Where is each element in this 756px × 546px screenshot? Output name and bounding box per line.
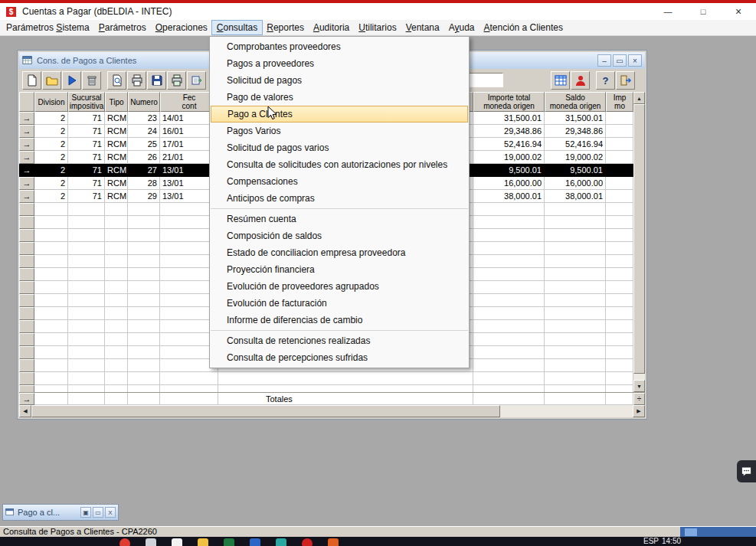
vertical-scrollbar[interactable]: ▲ ▼ bbox=[633, 92, 645, 392]
minimized-window-pago[interactable]: Pago a cl... ▣ ▭ X bbox=[2, 504, 119, 521]
cell-division[interactable]: 2 bbox=[34, 112, 68, 125]
cell-numero[interactable]: 26 bbox=[128, 151, 160, 164]
restore-button[interactable]: ▣ bbox=[80, 507, 91, 518]
menubar-item[interactable]: Ayuda bbox=[444, 21, 479, 34]
taskbar-app-icon[interactable] bbox=[119, 538, 130, 546]
cell-tipo[interactable]: RCM bbox=[105, 164, 128, 177]
taskbar-app-icon[interactable] bbox=[224, 538, 234, 546]
cell-imp[interactable] bbox=[606, 138, 633, 151]
menubar-item[interactable]: Parámetros Sistema bbox=[2, 21, 94, 34]
column-header-numero[interactable]: Numero bbox=[128, 92, 160, 112]
exit-button[interactable] bbox=[616, 71, 635, 90]
preview-button[interactable] bbox=[107, 71, 126, 90]
column-header-imp[interactable]: Impmo bbox=[606, 92, 633, 112]
cell-saldo[interactable]: 19,000.02 bbox=[545, 151, 606, 164]
open-button[interactable] bbox=[42, 71, 61, 90]
cell-sucursal[interactable]: 71 bbox=[68, 177, 105, 190]
menu-item[interactable]: Solicitud de pagos varios bbox=[210, 139, 469, 156]
cell-numero[interactable]: 28 bbox=[128, 177, 160, 190]
cell-importe[interactable]: 29,348.86 bbox=[473, 125, 545, 138]
run-query-button[interactable] bbox=[62, 71, 81, 90]
save-button[interactable] bbox=[147, 71, 166, 90]
cell-sucursal[interactable]: 71 bbox=[68, 164, 105, 177]
cell-tipo[interactable]: RCM bbox=[105, 151, 128, 164]
scroll-right-icon[interactable]: ▶ bbox=[633, 405, 645, 417]
cell-division[interactable]: 2 bbox=[34, 177, 68, 190]
cell-imp[interactable] bbox=[606, 164, 633, 177]
taskbar-app-icon[interactable] bbox=[276, 538, 286, 546]
column-header-division[interactable]: Division bbox=[34, 92, 68, 112]
horizontal-scroll-thumb[interactable] bbox=[31, 405, 500, 417]
menu-item[interactable]: Compensaciones bbox=[210, 173, 469, 190]
export-button[interactable] bbox=[187, 71, 206, 90]
cell-importe[interactable]: 16,000.00 bbox=[473, 177, 545, 190]
menubar-item[interactable]: Ventana bbox=[401, 21, 444, 34]
taskbar-app-icon[interactable] bbox=[328, 538, 339, 546]
menubar-item[interactable]: Atención a Clientes bbox=[479, 21, 568, 34]
print-form-button[interactable] bbox=[167, 71, 186, 90]
cell-imp[interactable] bbox=[606, 112, 633, 125]
child-minimize-button[interactable]: – bbox=[597, 54, 611, 67]
column-header-saldo[interactable]: Saldomoneda origen bbox=[545, 92, 606, 112]
cell-division[interactable]: 2 bbox=[34, 138, 68, 151]
maximize-button[interactable]: □ bbox=[686, 3, 721, 20]
child-maximize-button[interactable]: ▭ bbox=[613, 54, 627, 67]
cell-importe[interactable]: 9,500.01 bbox=[473, 164, 545, 177]
cell-numero[interactable]: 25 bbox=[128, 138, 160, 151]
empty-table-row[interactable] bbox=[19, 372, 633, 385]
menu-item[interactable]: Proyección financiera bbox=[210, 261, 469, 278]
maximize-button[interactable]: ▭ bbox=[93, 507, 103, 518]
column-header-sucursal[interactable]: Sucursalimpositiva bbox=[68, 92, 105, 112]
cell-division[interactable]: 2 bbox=[34, 125, 68, 138]
menu-item[interactable]: Solicitud de pagos bbox=[210, 72, 469, 89]
vertical-scroll-track[interactable] bbox=[633, 374, 645, 380]
cell-saldo[interactable]: 52,416.94 bbox=[545, 138, 606, 151]
cell-numero[interactable]: 27 bbox=[128, 164, 160, 177]
menu-item[interactable]: Informe de diferencias de cambio bbox=[210, 312, 469, 329]
chat-overlay-button[interactable] bbox=[737, 460, 756, 482]
column-header-tipo[interactable]: Tipo bbox=[105, 92, 128, 112]
scroll-left-icon[interactable]: ◀ bbox=[19, 405, 31, 417]
menu-item[interactable]: Anticipos de compras bbox=[210, 190, 469, 207]
cell-sucursal[interactable]: 71 bbox=[68, 138, 105, 151]
taskbar-app-icon[interactable] bbox=[198, 538, 208, 546]
menu-item[interactable]: Pago de valores bbox=[210, 89, 469, 106]
cell-tipo[interactable]: RCM bbox=[105, 125, 128, 138]
column-header-importe[interactable]: Importe totalmoneda origen bbox=[473, 92, 545, 112]
language-indicator[interactable]: ESP bbox=[643, 537, 659, 546]
cell-imp[interactable] bbox=[606, 177, 633, 190]
menu-item[interactable]: Resúmen cuenta bbox=[210, 211, 469, 227]
menu-item[interactable]: Consulta de retenciones realizadas bbox=[210, 332, 469, 349]
cell-tipo[interactable]: RCM bbox=[105, 177, 128, 190]
menu-item[interactable]: Consulta de percepciones sufridas bbox=[210, 349, 469, 366]
totals-spinner[interactable]: ÷ bbox=[633, 393, 645, 405]
menu-item[interactable]: Comprobantes proveedores bbox=[210, 38, 469, 55]
cell-saldo[interactable]: 29,348.86 bbox=[545, 125, 606, 138]
cell-saldo[interactable]: 31,500.01 bbox=[545, 112, 606, 125]
scroll-up-icon[interactable]: ▲ bbox=[633, 92, 645, 104]
cell-saldo[interactable]: 9,500.01 bbox=[545, 164, 606, 177]
cell-imp[interactable] bbox=[606, 190, 633, 203]
cell-importe[interactable]: 31,500.01 bbox=[473, 112, 545, 125]
menubar-item[interactable]: Auditoria bbox=[309, 21, 354, 34]
empty-table-row[interactable] bbox=[19, 385, 633, 392]
cell-tipo[interactable]: RCM bbox=[105, 190, 128, 203]
menu-item[interactable]: Consulta de solicitudes con autorizacion… bbox=[210, 156, 469, 173]
menu-item[interactable]: Estado de conciliacion empresa proveedor… bbox=[210, 244, 469, 261]
table-view-button[interactable] bbox=[551, 71, 570, 90]
print-button[interactable] bbox=[127, 71, 146, 90]
cell-tipo[interactable]: RCM bbox=[105, 138, 128, 151]
menu-item[interactable]: Evolución de proveedores agrupados bbox=[210, 278, 469, 295]
cell-importe[interactable]: 38,000.01 bbox=[473, 190, 545, 203]
cell-imp[interactable] bbox=[606, 151, 633, 164]
cell-sucursal[interactable]: 71 bbox=[68, 151, 105, 164]
cell-saldo[interactable]: 16,000.00 bbox=[545, 177, 606, 190]
cell-numero[interactable]: 23 bbox=[128, 112, 160, 125]
delete-button[interactable] bbox=[82, 71, 101, 90]
scroll-down-icon[interactable]: ▼ bbox=[633, 380, 645, 392]
vertical-scroll-thumb[interactable] bbox=[633, 104, 645, 374]
menu-item[interactable]: Composición de saldos bbox=[210, 227, 469, 244]
user-security-button[interactable] bbox=[571, 71, 590, 90]
help-button[interactable]: ? bbox=[596, 71, 615, 90]
cell-imp[interactable] bbox=[606, 125, 633, 138]
